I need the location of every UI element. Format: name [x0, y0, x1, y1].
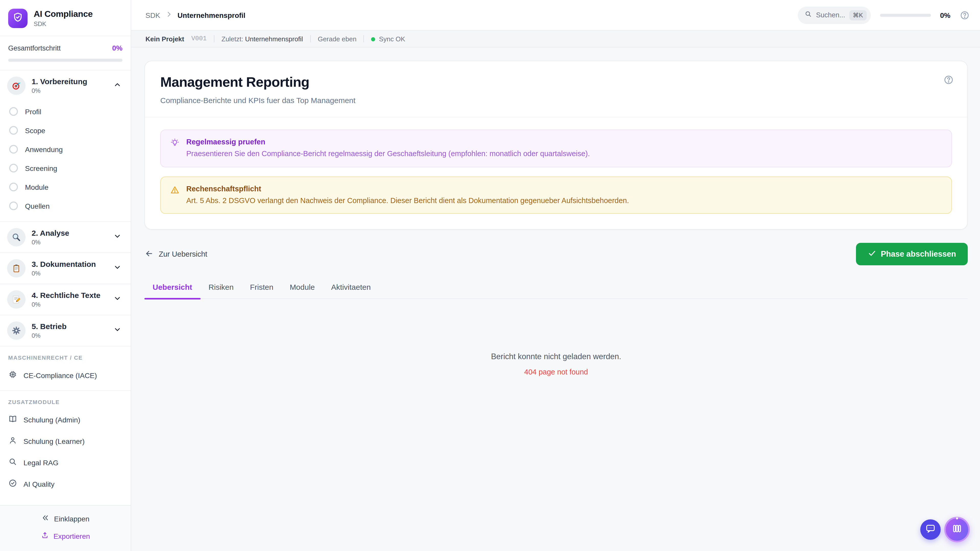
app-subtitle: SDK — [34, 21, 93, 27]
check-circle-icon — [8, 478, 18, 490]
sidebar: AI Compliance SDK Gesamtfortschritt 0% 1… — [0, 0, 131, 551]
phase-header-betrieb[interactable]: 5. Betrieb 0% — [0, 315, 130, 346]
chevron-down-icon — [113, 263, 121, 273]
magnifier-icon — [7, 228, 25, 246]
collapse-sidebar-button[interactable]: Einklappen — [41, 514, 89, 524]
step-quellen[interactable]: Quellen — [0, 197, 130, 215]
phase-label: 5. Betrieb — [32, 322, 107, 330]
step-profil[interactable]: Profil — [0, 102, 130, 121]
back-to-overview-link[interactable]: Zur Uebersicht — [145, 249, 207, 259]
phase-header-vorbereitung[interactable]: 1. Vorbereitung 0% — [0, 70, 130, 101]
divider — [214, 35, 215, 42]
last-saved-time: Gerade eben — [318, 35, 356, 43]
last-edited: Zuletzt: Unternehmensprofil — [221, 35, 303, 43]
gear-icon — [7, 321, 25, 340]
sidebar-item-legal-rag[interactable]: Legal RAG — [0, 452, 130, 473]
breadcrumb-root[interactable]: SDK — [145, 11, 160, 19]
search-icon — [8, 457, 18, 468]
app-title: AI Compliance — [34, 9, 93, 19]
topbar-right: Suchen... ⌘K 0% — [797, 6, 970, 24]
page-title: Management Reporting — [160, 75, 952, 90]
phase-percent: 0% — [32, 332, 107, 339]
panels-button[interactable] — [944, 517, 970, 542]
content-area: Management Reporting Compliance-Berichte… — [131, 48, 980, 551]
export-button[interactable]: Exportieren — [41, 531, 90, 541]
complete-phase-button[interactable]: Phase abschliessen — [856, 243, 968, 265]
sidebar-item-label: Schulung (Admin) — [24, 416, 80, 424]
step-status-circle — [9, 183, 18, 191]
phase-percent: 0% — [32, 301, 107, 308]
sidebar-item-schulung-learner[interactable]: Schulung (Learner) — [0, 430, 130, 452]
step-scope[interactable]: Scope — [0, 121, 130, 140]
sync-status-label: Sync OK — [379, 35, 405, 43]
last-edited-label: Zuletzt: — [221, 35, 243, 43]
chevron-down-icon — [113, 294, 121, 305]
app-root: AI Compliance SDK Gesamtfortschritt 0% 1… — [0, 0, 980, 551]
step-anwendung[interactable]: Anwendung — [0, 140, 130, 159]
warning-alert-body: Art. 5 Abs. 2 DSGVO verlangt den Nachwei… — [186, 196, 629, 206]
phase-header-rechtliche-texte[interactable]: 4. Rechtliche Texte 0% — [0, 284, 130, 315]
search-icon — [804, 10, 812, 20]
phase-rechtliche-texte: 4. Rechtliche Texte 0% — [0, 284, 130, 315]
step-screening[interactable]: Screening — [0, 159, 130, 178]
warning-triangle-icon — [170, 185, 180, 206]
version-badge: V001 — [191, 35, 207, 42]
overall-progress: Gesamtfortschritt 0% — [0, 36, 130, 70]
keyboard-shortcut-badge: ⌘K — [850, 10, 867, 20]
breadcrumb: SDK Unternehmensprofil — [145, 11, 245, 20]
tab-aktivitaeten[interactable]: Aktivitaeten — [323, 281, 379, 299]
export-label: Exportieren — [53, 532, 90, 540]
memo-icon — [7, 290, 25, 309]
help-icon[interactable] — [959, 10, 970, 20]
sidebar-item-schulung-admin[interactable]: Schulung (Admin) — [0, 409, 130, 430]
overall-progress-bar — [8, 59, 123, 62]
phase-percent: 0% — [32, 239, 107, 246]
page-card: Management Reporting Compliance-Berichte… — [145, 61, 968, 230]
breadcrumb-current: Unternehmensprofil — [178, 11, 245, 19]
phase-vorbereitung: 1. Vorbereitung 0% Profil Scope Anwendun… — [0, 70, 130, 222]
sync-status: Sync OK — [371, 35, 405, 43]
step-module[interactable]: Module — [0, 178, 130, 197]
phase-label: 1. Vorbereitung — [32, 77, 107, 86]
sidebar-item-ai-quality[interactable]: AI Quality — [0, 473, 130, 495]
warning-alert: Rechenschaftspflicht Art. 5 Abs. 2 DSGVO… — [160, 176, 952, 214]
tab-risiken[interactable]: Risiken — [200, 281, 242, 299]
tab-bar: Uebersicht Risiken Fristen Module Aktivi… — [145, 281, 968, 299]
phase-header-analyse[interactable]: 2. Analyse 0% — [0, 222, 130, 252]
section-header-zusatzmodule: ZUSATZMODULE — [0, 391, 130, 409]
step-label: Anwendung — [25, 145, 63, 153]
tab-module[interactable]: Module — [282, 281, 323, 299]
back-link-label: Zur Uebersicht — [159, 250, 207, 258]
chat-button[interactable] — [920, 519, 941, 540]
phase-analyse: 2. Analyse 0% — [0, 222, 130, 253]
project-name: Kein Projekt — [145, 35, 184, 43]
sync-ok-dot — [371, 37, 375, 41]
header-progress-value: 0% — [940, 11, 950, 19]
help-icon[interactable] — [943, 75, 954, 87]
brand: AI Compliance SDK — [0, 0, 130, 36]
step-label: Quellen — [25, 202, 50, 210]
upload-icon — [41, 531, 49, 541]
last-edited-value: Unternehmensprofil — [245, 35, 303, 43]
step-label: Profil — [25, 107, 41, 116]
phase-header-dokumentation[interactable]: 3. Dokumentation 0% — [0, 253, 130, 284]
collapse-label: Einklappen — [54, 514, 89, 523]
brand-text: AI Compliance SDK — [34, 9, 93, 27]
phase-label: 4. Rechtliche Texte — [32, 291, 107, 300]
step-label: Module — [25, 183, 48, 191]
user-icon — [8, 436, 18, 447]
action-row: Zur Uebersicht Phase abschliessen — [145, 243, 968, 265]
double-chevron-left-icon — [41, 514, 49, 524]
divider — [364, 35, 364, 42]
phase-label: 3. Dokumentation — [32, 260, 107, 268]
tip-alert-title: Regelmaessig pruefen — [186, 138, 590, 146]
tab-fristen[interactable]: Fristen — [242, 281, 282, 299]
tab-uebersicht[interactable]: Uebersicht — [145, 281, 200, 299]
divider — [310, 35, 310, 42]
cpu-icon — [8, 370, 18, 381]
search-input[interactable]: Suchen... ⌘K — [797, 6, 870, 24]
error-404-text: 404 page not found — [145, 368, 968, 376]
step-status-circle — [9, 145, 18, 154]
sidebar-item-label: AI Quality — [24, 480, 54, 488]
sidebar-item-ce-compliance[interactable]: CE-Compliance (IACE) — [0, 365, 130, 386]
